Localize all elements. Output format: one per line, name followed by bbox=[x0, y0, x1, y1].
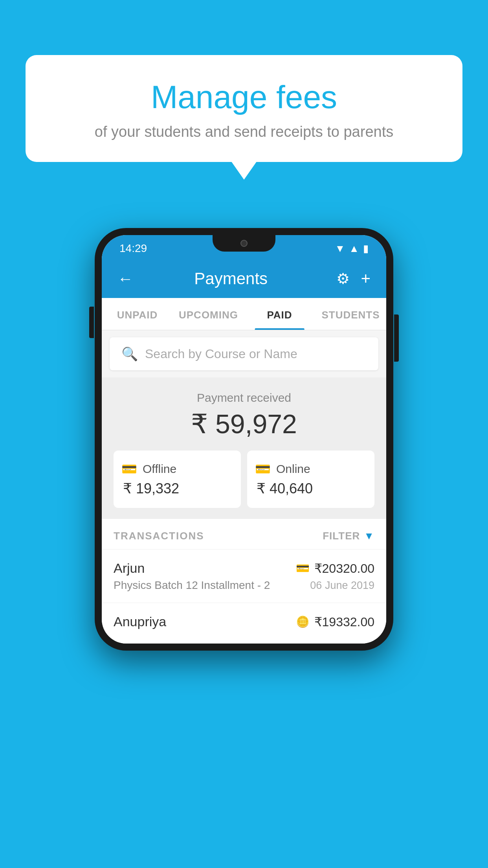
wifi-icon: ▼ bbox=[335, 243, 345, 255]
search-bar[interactable]: 🔍 Search by Course or Name bbox=[110, 337, 378, 370]
camera bbox=[240, 240, 248, 247]
bubble-subtitle: of your students and send receipts to pa… bbox=[57, 123, 431, 140]
page-title: Payments bbox=[125, 269, 336, 288]
filter-label: FILTER bbox=[323, 530, 360, 542]
filter-icon: ▼ bbox=[364, 530, 374, 542]
transaction-course-1: Physics Batch 12 Installment - 2 bbox=[114, 579, 270, 592]
transaction-cash-icon-2: 🪙 bbox=[296, 615, 310, 628]
filter-button[interactable]: FILTER ▼ bbox=[323, 530, 374, 542]
transaction-top-2: Anupriya 🪙 ₹19332.00 bbox=[114, 614, 374, 629]
online-icon: 💳 bbox=[255, 462, 271, 476]
tab-unpaid[interactable]: UNPAID bbox=[102, 298, 173, 330]
status-icons: ▼ ▲ ▮ bbox=[335, 243, 369, 255]
transaction-amount-wrap-2: 🪙 ₹19332.00 bbox=[296, 614, 374, 629]
settings-icon[interactable]: ⚙ bbox=[336, 270, 350, 287]
speech-bubble: Manage fees of your students and send re… bbox=[26, 55, 462, 162]
transactions-label: TRANSACTIONS bbox=[114, 530, 204, 542]
payment-received-label: Payment received bbox=[110, 391, 378, 405]
phone-mockup: 14:29 ▼ ▲ ▮ ← Payments ⚙ + UNPAID bbox=[95, 228, 393, 651]
payment-summary: Payment received ₹ 59,972 💳 Offline ₹ 19… bbox=[102, 377, 386, 519]
transactions-header: TRANSACTIONS FILTER ▼ bbox=[102, 519, 386, 549]
online-amount: ₹ 40,640 bbox=[255, 480, 367, 497]
transaction-bottom-1: Physics Batch 12 Installment - 2 06 June… bbox=[114, 579, 374, 592]
offline-payment-card: 💳 Offline ₹ 19,332 bbox=[114, 451, 241, 508]
app-header: ← Payments ⚙ + bbox=[102, 259, 386, 298]
transaction-date-1: 06 June 2019 bbox=[310, 579, 374, 592]
search-placeholder: Search by Course or Name bbox=[145, 347, 297, 361]
phone-outer: 14:29 ▼ ▲ ▮ ← Payments ⚙ + UNPAID bbox=[95, 228, 393, 651]
phone-screen: 14:29 ▼ ▲ ▮ ← Payments ⚙ + UNPAID bbox=[102, 235, 386, 644]
status-time: 14:29 bbox=[119, 242, 147, 255]
bubble-title: Manage fees bbox=[57, 79, 431, 116]
transaction-name-2: Anupriya bbox=[114, 614, 166, 629]
online-payment-card: 💳 Online ₹ 40,640 bbox=[247, 451, 374, 508]
transaction-top-1: Arjun 💳 ₹20320.00 bbox=[114, 561, 374, 576]
transaction-card-icon-1: 💳 bbox=[296, 562, 310, 575]
tabs-bar: UNPAID UPCOMING PAID STUDENTS bbox=[102, 298, 386, 330]
phone-notch bbox=[213, 235, 275, 252]
battery-icon: ▮ bbox=[363, 243, 369, 255]
offline-card-top: 💳 Offline bbox=[121, 462, 233, 476]
online-card-top: 💳 Online bbox=[255, 462, 367, 476]
table-row[interactable]: Arjun 💳 ₹20320.00 Physics Batch 12 Insta… bbox=[102, 549, 386, 603]
payment-cards: 💳 Offline ₹ 19,332 💳 Online ₹ 40,640 bbox=[110, 451, 378, 508]
search-icon: 🔍 bbox=[121, 346, 138, 362]
transaction-amount-2: ₹19332.00 bbox=[314, 614, 374, 629]
offline-icon: 💳 bbox=[121, 462, 137, 476]
table-row[interactable]: Anupriya 🪙 ₹19332.00 bbox=[102, 603, 386, 644]
transaction-name-1: Arjun bbox=[114, 561, 145, 576]
add-icon[interactable]: + bbox=[361, 269, 371, 288]
speech-bubble-section: Manage fees of your students and send re… bbox=[26, 55, 462, 162]
tab-students[interactable]: STUDENTS bbox=[315, 298, 386, 330]
offline-amount: ₹ 19,332 bbox=[121, 480, 233, 497]
transaction-amount-1: ₹20320.00 bbox=[314, 561, 374, 576]
tab-paid[interactable]: PAID bbox=[244, 298, 315, 330]
offline-label: Offline bbox=[143, 462, 176, 476]
online-label: Online bbox=[276, 462, 310, 476]
tab-upcoming[interactable]: UPCOMING bbox=[173, 298, 244, 330]
payment-total-amount: ₹ 59,972 bbox=[110, 408, 378, 440]
transaction-amount-wrap-1: 💳 ₹20320.00 bbox=[296, 561, 374, 576]
signal-icon: ▲ bbox=[349, 243, 359, 255]
header-icons: ⚙ + bbox=[336, 269, 371, 288]
